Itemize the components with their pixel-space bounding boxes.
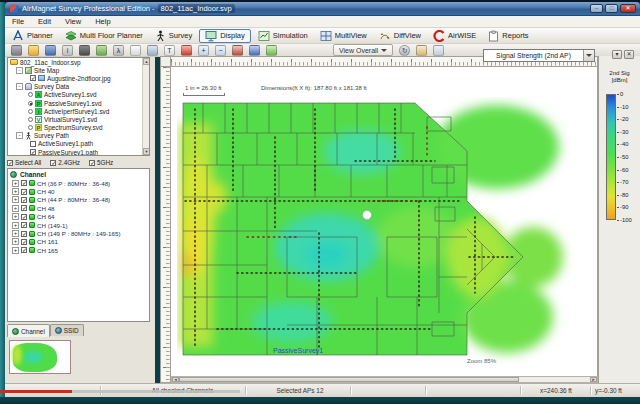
collapse-expander-icon[interactable] (16, 67, 23, 74)
airwise-button[interactable]: AirWISE (428, 29, 481, 43)
expand-icon[interactable] (12, 188, 19, 195)
pen-icon[interactable] (416, 45, 427, 56)
expand-icon[interactable] (12, 213, 19, 220)
refresh-icon[interactable]: ↻ (399, 45, 410, 56)
channel-checkbox[interactable] (21, 239, 27, 245)
survey-radio[interactable] (28, 92, 33, 97)
marker-icon[interactable] (266, 45, 277, 56)
expand-icon[interactable] (12, 180, 19, 187)
expand-icon[interactable] (12, 230, 19, 237)
menu-file[interactable]: File (5, 17, 31, 26)
collapse-expander-icon[interactable] (16, 83, 23, 90)
minimap[interactable] (9, 340, 71, 374)
channel-row[interactable]: CH 64 (8, 213, 149, 221)
reports-button[interactable]: Reports (483, 29, 533, 43)
table-icon[interactable] (433, 45, 444, 56)
survey-button[interactable]: Survey (150, 29, 197, 43)
chart-blue-icon[interactable] (249, 45, 260, 56)
tree-node-survey-file[interactable]: A ActiveSurvey1.svd (8, 91, 149, 99)
band-24-filter[interactable]: 2.4GHz (50, 159, 80, 166)
band-24-checkbox[interactable] (50, 160, 56, 166)
channel-row[interactable]: CH (44 P : 80MHz : 36-48) (8, 196, 149, 204)
channel-checkbox[interactable] (21, 222, 27, 228)
expand-icon[interactable] (12, 205, 19, 212)
scroll-right-icon[interactable]: ► (590, 377, 597, 382)
multi-floor-planner-button[interactable]: Multi Floor Planner (60, 29, 148, 43)
channel-row[interactable]: CH 40 (8, 187, 149, 195)
channel-checkbox[interactable] (21, 197, 27, 203)
scroll-up-icon[interactable]: ▲ (143, 58, 150, 65)
channel-checkbox[interactable] (21, 247, 27, 253)
channel-checkbox[interactable] (21, 205, 27, 211)
chart-red-icon[interactable] (232, 45, 243, 56)
diffview-button[interactable]: DiffView (374, 29, 426, 43)
signal-icon[interactable] (181, 45, 192, 56)
simulation-button[interactable]: Simulation (253, 29, 313, 43)
multiview-button[interactable]: MultiView (315, 29, 372, 43)
survey-radio[interactable] (28, 101, 33, 106)
tab-ssid[interactable]: SSID (50, 324, 84, 336)
planner-button[interactable]: Planner (7, 29, 58, 43)
expand-icon[interactable] (12, 247, 19, 254)
channel-checkbox[interactable] (21, 189, 27, 195)
tree-node-survey-path[interactable]: Survey Path (8, 132, 149, 140)
channel-row[interactable]: CH (149-1) (8, 221, 149, 229)
channel-row[interactable]: CH 48 (8, 204, 149, 212)
open-folder-icon[interactable] (28, 45, 39, 56)
channel-row[interactable]: CH 161 (8, 238, 149, 246)
tree-node-path-file[interactable]: PassiveSurvey1.path (8, 148, 149, 156)
scrollbar-thumb[interactable] (179, 377, 519, 382)
tree-node-floor-image[interactable]: Augustine-2ndfloor.jpg (8, 74, 149, 82)
tree-node-survey-file[interactable]: P PassiveSurvey1.svd (8, 99, 149, 107)
minimize-button[interactable]: – (590, 4, 603, 13)
tree-node-path-file[interactable]: ActiveSurvey1.path (8, 140, 149, 148)
expand-icon[interactable] (12, 238, 19, 245)
video-progress-bar[interactable] (0, 390, 72, 393)
maximize-button[interactable]: □ (605, 4, 618, 13)
display-button[interactable]: Display (199, 29, 251, 43)
survey-radio[interactable] (28, 125, 33, 130)
channel-checkbox[interactable] (21, 231, 27, 237)
path-checkbox[interactable] (30, 149, 36, 155)
floor-image-checkbox[interactable] (30, 75, 36, 81)
tree-scrollbar[interactable]: ▲ ▼ (142, 58, 149, 155)
view-overall-dropdown[interactable]: View Overall (333, 44, 393, 56)
path-checkbox[interactable] (30, 141, 36, 147)
survey-radio[interactable] (28, 109, 33, 114)
map-canvas[interactable]: 1 in = 26.30 ft Dimensions(ft X ft): 187… (171, 67, 598, 376)
select-all-checkbox[interactable] (7, 160, 13, 166)
walk-path-icon[interactable]: λ (113, 45, 124, 56)
binoculars-icon[interactable] (79, 45, 90, 56)
tree-node-survey-file[interactable]: I ActiveIperfSurvey1.svd (8, 107, 149, 115)
tab-channel[interactable]: Channel (7, 324, 50, 337)
channel-checkbox[interactable] (21, 214, 27, 220)
tree-node-site-map[interactable]: Site Map (8, 66, 149, 74)
tree-node-survey-data[interactable]: Survey Data (8, 83, 149, 91)
channel-row[interactable]: CH (149 P : 80MHz : 149-165) (8, 229, 149, 237)
scroll-down-icon[interactable]: ▼ (143, 148, 150, 155)
text-tool-icon[interactable]: T (164, 45, 175, 56)
info-icon[interactable]: i (62, 45, 73, 56)
channel-checkbox[interactable] (21, 180, 27, 186)
menu-help[interactable]: Help (88, 17, 117, 26)
tree-node-survey-file[interactable]: V VirtualSurvey1.svd (8, 115, 149, 123)
channel-row[interactable]: CH (36 P : 80MHz : 36-48) (8, 179, 149, 187)
collapse-expander-icon[interactable] (16, 132, 23, 139)
close-icon[interactable]: ✕ (624, 50, 634, 59)
dropdown-button[interactable] (583, 50, 594, 61)
collapse-icon[interactable]: ▾ (612, 50, 622, 59)
horizontal-scrollbar[interactable]: ◄ ► (171, 376, 598, 383)
ap-marker[interactable] (363, 211, 372, 220)
scroll-left-icon[interactable]: ◄ (172, 377, 179, 382)
zoom-out-icon[interactable]: − (215, 45, 226, 56)
tree-node-survey-file[interactable]: P SpectrumSurvey.svd (8, 124, 149, 132)
channel-row[interactable]: CH 165 (8, 246, 149, 254)
survey-radio[interactable] (28, 117, 33, 122)
expand-icon[interactable] (12, 196, 19, 203)
menu-edit[interactable]: Edit (31, 17, 58, 26)
page-icon[interactable] (130, 45, 141, 56)
image-icon[interactable] (96, 45, 107, 56)
menu-view[interactable]: View (58, 17, 88, 26)
band-5-checkbox[interactable] (89, 160, 95, 166)
expand-icon[interactable] (12, 222, 19, 229)
